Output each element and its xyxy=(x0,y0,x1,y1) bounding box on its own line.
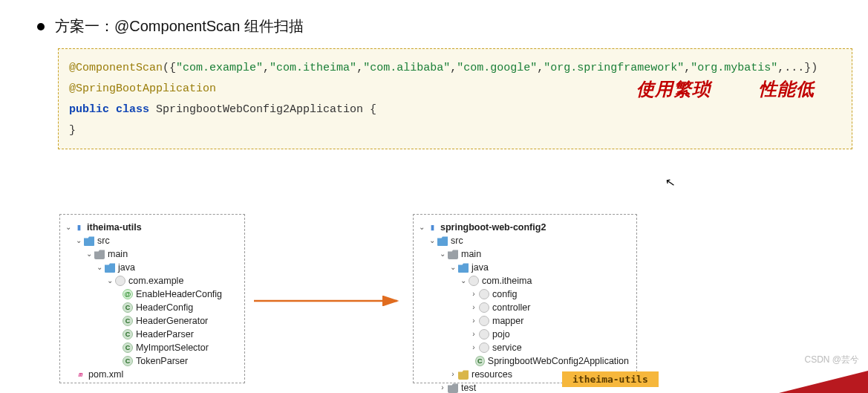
tree-node[interactable]: config xyxy=(492,288,517,301)
folder-icon xyxy=(105,262,115,273)
tree-node[interactable]: resources xyxy=(471,368,512,381)
package-icon xyxy=(115,276,125,286)
tree-node[interactable]: java xyxy=(471,261,489,274)
maven-icon: m xyxy=(75,369,85,380)
tree-node[interactable]: MyImportSelector xyxy=(136,341,209,354)
tree-node[interactable]: service xyxy=(492,341,522,354)
folder-icon xyxy=(437,236,448,246)
annotation-cumbersome: 使用繁琐 xyxy=(636,79,711,100)
code-line-4: } xyxy=(69,120,841,141)
tree-node[interactable]: src xyxy=(97,234,110,247)
tree-node[interactable]: pom.xml xyxy=(88,368,123,381)
tree-node[interactable]: main xyxy=(108,247,128,261)
class-icon: C xyxy=(475,356,485,366)
folder-icon xyxy=(84,236,94,246)
code-line-2: @SpringBootApplication xyxy=(69,79,841,100)
arrow-icon xyxy=(252,296,405,306)
tree-node[interactable]: pojo xyxy=(492,328,510,341)
mouse-cursor-icon: ↖ xyxy=(664,175,676,190)
class-icon: C xyxy=(123,342,133,353)
resources-icon xyxy=(458,369,469,380)
package-icon xyxy=(479,289,489,299)
tree-node[interactable]: main xyxy=(461,247,481,261)
tree-node[interactable]: HeaderParser xyxy=(136,328,194,341)
folder-icon xyxy=(448,249,458,259)
tree-node[interactable]: test xyxy=(461,381,476,393)
folder-icon xyxy=(458,262,469,273)
code-line-3: public class SpringbootWebConfig2Applica… xyxy=(69,100,841,120)
class-icon: C xyxy=(123,356,133,366)
annotation-low-perf: 性能低 xyxy=(759,79,815,100)
tree-node[interactable]: mapper xyxy=(492,314,523,328)
project-tree-left: ▮itheima-utils src main java com.example… xyxy=(59,214,245,383)
corner-decoration xyxy=(779,371,868,393)
module-icon: ▮ xyxy=(427,222,437,233)
code-line-1: @ComponentScan({ "com.example", "com.ith… xyxy=(69,58,841,79)
tree-root[interactable]: itheima-utils xyxy=(87,221,142,234)
class-icon: C xyxy=(123,329,133,340)
tree-node[interactable]: SpringbootWebConfig2Application xyxy=(488,354,629,368)
tree-node[interactable]: HeaderConfig xyxy=(136,301,193,314)
package-icon xyxy=(479,329,489,340)
heading-text: 方案一：@ComponentScan 组件扫描 xyxy=(55,16,304,36)
tree-node[interactable]: java xyxy=(118,261,135,274)
tree-node[interactable]: com.example xyxy=(128,274,183,288)
module-icon: ▮ xyxy=(74,222,84,233)
package-icon xyxy=(479,316,489,326)
tree-node[interactable]: TokenParser xyxy=(136,354,188,368)
tree-root[interactable]: springboot-web-config2 xyxy=(440,221,546,234)
tree-node[interactable]: src xyxy=(451,234,463,247)
code-block: @ComponentScan({ "com.example", "com.ith… xyxy=(58,48,852,149)
folder-icon xyxy=(448,383,458,393)
tree-node[interactable]: com.itheima xyxy=(482,274,532,288)
highlight-tag: itheima-utils xyxy=(562,371,659,387)
tree-node[interactable]: controller xyxy=(492,301,530,314)
package-icon xyxy=(479,342,489,353)
class-icon: C xyxy=(123,302,133,313)
watermark: CSDN @芸兮 xyxy=(804,354,859,366)
project-tree-right: ▮springboot-web-config2 src main java co… xyxy=(413,214,637,383)
package-icon xyxy=(479,302,489,313)
class-icon: C xyxy=(123,316,133,326)
bullet-icon xyxy=(37,23,45,30)
heading-row: 方案一：@ComponentScan 组件扫描 xyxy=(37,16,304,36)
folder-icon xyxy=(94,249,105,259)
tree-node[interactable]: EnableHeaderConfig xyxy=(136,288,222,301)
package-icon xyxy=(469,276,479,286)
annotation-icon: @ xyxy=(123,289,133,299)
tree-node[interactable]: HeaderGenerator xyxy=(136,314,208,328)
